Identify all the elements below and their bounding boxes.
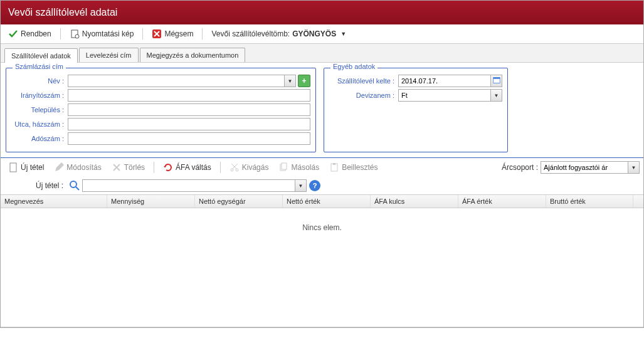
modify-button[interactable]: Módosítás	[50, 161, 105, 174]
other-fieldset: Egyéb adatok Szállítólevél kelte : Deviz…	[324, 68, 508, 152]
window: Vevői szállítólevél adatai Rendben Nyomt…	[0, 0, 644, 328]
new-item-input[interactable]	[82, 179, 295, 192]
svg-rect-5	[10, 163, 16, 172]
col-unit-net[interactable]: Nettó egységár	[195, 195, 283, 208]
grid-empty-text: Nincs elem.	[302, 223, 342, 232]
copy-label: Másolás	[291, 163, 319, 172]
separator	[154, 162, 154, 173]
currency-input[interactable]	[398, 89, 491, 102]
item-toolbar: Új tétel Módosítás Törlés ÁFA váltás Kiv…	[1, 158, 643, 177]
currency-label: Devizanem :	[329, 92, 398, 99]
check-icon	[8, 29, 18, 39]
col-qty[interactable]: Mennyiség	[107, 195, 195, 208]
svg-rect-9	[282, 163, 287, 169]
svg-rect-4	[493, 77, 500, 78]
col-gross[interactable]: Bruttó érték	[546, 195, 633, 208]
calendar-icon	[493, 77, 500, 86]
pricegroup-container: Árcsoport : ▼	[502, 161, 640, 174]
col-vat-rate[interactable]: ÁFA kulcs	[371, 195, 458, 208]
print-icon	[70, 29, 80, 39]
help-icon: ?	[313, 182, 317, 189]
chevron-down-icon: ▼	[288, 78, 293, 84]
tab-document-note[interactable]: Megjegyzés a dokumentumon	[140, 48, 246, 62]
chevron-down-icon: ▼	[298, 183, 304, 189]
billing-legend: Számlázási cím	[13, 63, 66, 70]
print-preview-button[interactable]: Nyomtatási kép	[66, 27, 138, 41]
delete-label: Törlés	[124, 163, 145, 172]
new-item-dropdown-button[interactable]: ▼	[295, 179, 307, 192]
name-input[interactable]	[68, 75, 285, 87]
zip-label: Irányítószám :	[11, 92, 68, 99]
copy-button[interactable]: Másolás	[275, 161, 323, 174]
scissors-icon	[230, 162, 240, 172]
name-dropdown-button[interactable]: ▼	[285, 75, 296, 87]
cancel-button[interactable]: Mégsem	[148, 27, 197, 41]
cut-button[interactable]: Kivágás	[226, 161, 273, 174]
svg-rect-11	[333, 163, 335, 165]
delete-icon	[112, 162, 122, 172]
cancel-label: Mégsem	[164, 29, 193, 38]
ok-button[interactable]: Rendben	[4, 27, 55, 41]
new-item-row: Új tétel : ▼ ?	[1, 177, 643, 194]
svg-point-12	[70, 181, 77, 187]
plus-icon: +	[302, 77, 306, 85]
separator	[202, 28, 203, 40]
city-row: Település :	[11, 103, 310, 116]
separator	[220, 162, 221, 173]
help-button[interactable]: ?	[309, 180, 320, 191]
vat-switch-button[interactable]: ÁFA váltás	[159, 161, 215, 174]
ok-label: Rendben	[21, 29, 51, 38]
copy-icon	[278, 162, 288, 172]
svg-point-6	[231, 169, 233, 171]
tab-delivery-data[interactable]: Szállítólevél adatok	[4, 48, 78, 63]
new-item-button[interactable]: Új tétel	[4, 161, 48, 174]
separator	[60, 28, 61, 40]
refresh-icon	[163, 162, 173, 172]
zip-input[interactable]	[68, 89, 310, 102]
delete-button[interactable]: Törlés	[108, 161, 149, 174]
col-vat-val[interactable]: ÁFA érték	[458, 195, 546, 208]
date-label: Szállítólevél kelte :	[329, 77, 398, 85]
search-icon[interactable]	[70, 181, 80, 191]
city-input[interactable]	[68, 103, 310, 116]
zip-row: Irányítószám :	[11, 89, 310, 102]
tax-input[interactable]	[68, 132, 310, 145]
col-net[interactable]: Nettó érték	[283, 195, 371, 208]
name-combo: ▼	[68, 75, 296, 87]
tab-mailing-address[interactable]: Levelezési cím	[79, 48, 139, 62]
new-item-label: Új tétel	[21, 163, 44, 172]
currency-dropdown-button[interactable]: ▼	[491, 89, 502, 102]
cut-label: Kivágás	[242, 163, 269, 172]
new-item-label: Új tétel :	[4, 181, 67, 190]
paste-label: Beillesztés	[342, 163, 377, 172]
print-label: Nyomtatási kép	[82, 29, 134, 38]
name-row: Név : ▼ +	[11, 75, 310, 87]
delivery-block-selector[interactable]: Vevői szállítólevéltömb: GYÖNGYÖS ▼	[208, 28, 350, 40]
close-icon	[152, 29, 162, 39]
grid-body: Nincs elem.	[1, 208, 643, 327]
tax-label: Adószám :	[11, 135, 68, 142]
name-label: Név :	[11, 77, 68, 85]
pricegroup-input[interactable]	[541, 161, 628, 174]
document-new-icon	[8, 162, 18, 172]
main-toolbar: Rendben Nyomtatási kép Mégsem Vevői szál…	[1, 24, 643, 44]
col-name[interactable]: Megnevezés	[1, 195, 107, 208]
tab-row: Szállítólevél adatok Levelezési cím Megj…	[1, 44, 643, 63]
paste-button[interactable]: Beillesztés	[325, 161, 381, 174]
pencil-icon	[54, 162, 64, 172]
col-scroll-spacer	[633, 195, 643, 208]
other-legend: Egyéb adatok	[330, 63, 377, 70]
date-picker-button[interactable]	[491, 75, 502, 87]
street-row: Utca, házszám :	[11, 118, 310, 130]
pricegroup-dropdown-button[interactable]: ▼	[628, 161, 640, 174]
chevron-down-icon: ▼	[494, 93, 499, 98]
date-input[interactable]	[398, 75, 491, 87]
form-area: Számlázási cím Név : ▼ + Irányítószám : …	[1, 63, 643, 158]
modify-label: Módosítás	[66, 163, 101, 172]
chevron-down-icon: ▼	[631, 165, 636, 171]
add-customer-button[interactable]: +	[298, 75, 310, 87]
separator	[142, 28, 143, 40]
svg-point-1	[75, 34, 79, 38]
date-row: Szállítólevél kelte :	[329, 75, 502, 87]
street-input[interactable]	[68, 118, 310, 130]
